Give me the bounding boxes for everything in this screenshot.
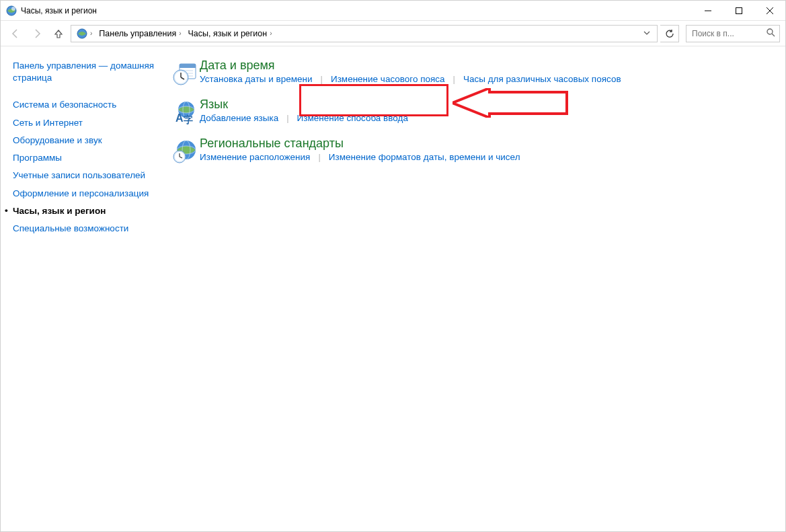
sublink-set-date-time[interactable]: Установка даты и времени [200, 73, 313, 85]
breadcrumb[interactable]: › Панель управления › Часы, язык и регио… [71, 25, 658, 42]
globe-region-icon [170, 137, 200, 166]
close-button[interactable] [754, 1, 785, 20]
sublink-change-input-method[interactable]: Изменение способа ввода [297, 112, 408, 124]
chevron-right-icon: › [90, 30, 92, 37]
section-date-time: Дата и время Установка даты и времени | … [170, 59, 773, 92]
search-box[interactable] [686, 25, 780, 42]
sublink-change-timezone[interactable]: Изменение часового пояса [331, 73, 445, 85]
clock-calendar-icon [170, 59, 200, 88]
breadcrumb-seg-1[interactable]: Панель управления › [96, 29, 184, 38]
maximize-button[interactable] [723, 1, 754, 20]
sidebar-item-system[interactable]: Система и безопасность [13, 96, 157, 114]
svg-rect-3 [736, 7, 742, 13]
svg-point-7 [767, 29, 773, 34]
window-title: Часы, язык и регион [21, 6, 97, 15]
content: Дата и время Установка даты и времени | … [163, 46, 785, 531]
sidebar-item-appearance[interactable]: Оформление и персонализация [13, 185, 157, 202]
breadcrumb-root-icon[interactable]: › [74, 28, 95, 39]
svg-text:字: 字 [184, 114, 193, 125]
search-icon [767, 28, 775, 39]
svg-point-1 [11, 7, 15, 11]
svg-text:A: A [175, 112, 184, 124]
sublink-add-language[interactable]: Добавление языка [200, 112, 278, 124]
breadcrumb-dropdown[interactable] [639, 29, 654, 38]
minimize-button[interactable] [693, 1, 723, 20]
section-region: Региональные стандарты Изменение располо… [170, 137, 773, 170]
section-title-region[interactable]: Региональные стандарты [200, 137, 344, 150]
section-title-language[interactable]: Язык [200, 98, 228, 111]
sidebar: Панель управления — домашняя страница Си… [1, 46, 163, 531]
chevron-right-icon: › [270, 30, 272, 37]
sublink-change-location[interactable]: Изменение расположения [200, 151, 310, 163]
sidebar-item-hardware[interactable]: Оборудование и звук [13, 132, 157, 149]
divider: | [318, 152, 320, 162]
language-globe-icon: A 字 [170, 98, 200, 127]
titlebar: Часы, язык и регион [1, 1, 785, 21]
divider: | [321, 74, 323, 84]
breadcrumb-seg-2-label: Часы, язык и регион [188, 29, 268, 38]
sidebar-home-link[interactable]: Панель управления — домашняя страница [13, 57, 157, 87]
search-input[interactable] [691, 28, 767, 39]
nav-row: › Панель управления › Часы, язык и регио… [1, 21, 785, 46]
nav-back-button[interactable] [6, 24, 25, 43]
sidebar-item-network[interactable]: Сеть и Интернет [13, 114, 157, 132]
section-title-date-time[interactable]: Дата и время [200, 59, 275, 72]
sidebar-item-clock-language-region[interactable]: Часы, язык и регион [13, 202, 157, 220]
window-controls [693, 1, 785, 20]
sidebar-item-accessibility[interactable]: Специальные возможности [13, 220, 157, 237]
chevron-right-icon: › [179, 30, 181, 37]
sidebar-item-programs[interactable]: Программы [13, 149, 157, 167]
sidebar-item-accounts[interactable]: Учетные записи пользователей [13, 167, 157, 184]
section-language: A 字 Язык Добавление языка | Изменение сп… [170, 98, 773, 131]
divider: | [286, 113, 288, 123]
sublink-change-formats[interactable]: Изменение форматов даты, времени и чисел [329, 151, 520, 163]
divider: | [453, 74, 455, 84]
svg-rect-10 [180, 64, 196, 68]
refresh-button[interactable] [660, 25, 679, 42]
breadcrumb-seg-1-label: Панель управления [99, 29, 176, 38]
svg-line-8 [772, 34, 775, 36]
app-icon [6, 5, 17, 16]
nav-forward-button[interactable] [28, 24, 46, 43]
breadcrumb-seg-2[interactable]: Часы, язык и регион › [186, 29, 275, 38]
sublink-additional-clocks[interactable]: Часы для различных часовых поясов [463, 73, 621, 85]
nav-up-button[interactable] [49, 24, 68, 43]
